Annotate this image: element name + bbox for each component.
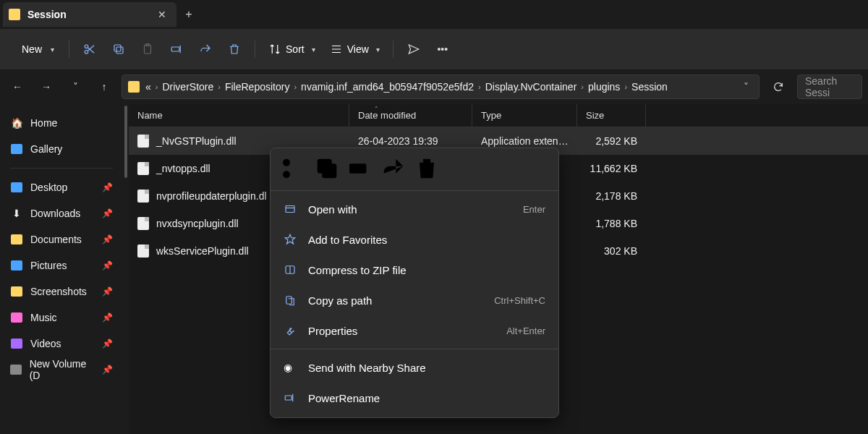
rename-button[interactable]: [163, 36, 190, 62]
nearby-icon: ◉: [284, 362, 298, 373]
paste-button[interactable]: [135, 36, 161, 62]
ctx-nearby-share[interactable]: ◉ Send with Nearby Share: [271, 352, 558, 383]
separator: [255, 41, 255, 58]
bc-item[interactable]: FileRepository: [225, 81, 289, 93]
scissors-icon: [83, 43, 96, 56]
chevron-down-icon: ▾: [312, 46, 315, 54]
pin-icon: 📌: [102, 286, 113, 297]
view-button[interactable]: View ▾: [324, 36, 386, 62]
col-type[interactable]: Type: [472, 104, 577, 127]
sidebar-item-music[interactable]: Music📌: [3, 305, 120, 331]
pizza-icon: [407, 43, 420, 56]
dll-file-icon: [137, 135, 149, 148]
breadcrumb[interactable]: « › DriverStore › FileRepository › nvami…: [122, 75, 760, 99]
pin-icon: 📌: [102, 312, 113, 323]
nav-row: ← → ˅ ↑ « › DriverStore › FileRepository…: [0, 69, 868, 104]
dll-file-icon: [137, 162, 149, 175]
chevron-down-icon: ▾: [376, 46, 380, 54]
sidebar-item-documents[interactable]: Documents📌: [3, 226, 120, 252]
tab-session[interactable]: Session ✕: [3, 2, 176, 27]
pictures-icon: [10, 259, 23, 272]
toolbar: New ▾ Sort ▾ View ▾ •••: [0, 29, 868, 69]
delete-button[interactable]: [221, 36, 247, 62]
sidebar-item-screenshots[interactable]: Screenshots📌: [3, 278, 120, 305]
col-date[interactable]: Date modified: [349, 104, 472, 127]
context-top-row: [271, 153, 558, 187]
sidebar-item-home[interactable]: 🏠 Home: [3, 110, 120, 136]
up-button[interactable]: ↑: [93, 75, 116, 98]
svg-point-1: [85, 45, 88, 48]
svg-rect-13: [286, 206, 294, 213]
zip-icon: [284, 263, 298, 276]
back-button[interactable]: ←: [6, 75, 29, 98]
context-menu: Open with Enter Add to Favorites Compres…: [270, 148, 559, 418]
chevron-down-icon[interactable]: ˅: [739, 81, 753, 93]
tab-title: Session: [27, 9, 142, 20]
new-button[interactable]: New ▾: [9, 36, 61, 62]
bc-item[interactable]: nvamig.inf_amd64_b05947f9052e5fd2: [301, 81, 474, 93]
ctx-copy-path[interactable]: Copy as path Ctrl+Shift+C: [271, 285, 558, 315]
ctx-add-favorites[interactable]: Add to Favorites: [271, 224, 558, 255]
scissors-icon: [279, 154, 308, 183]
close-icon[interactable]: ✕: [156, 9, 168, 20]
bc-item[interactable]: DriverStore: [162, 81, 213, 93]
documents-icon: [10, 233, 23, 246]
sidebar-item-downloads[interactable]: ⬇Downloads📌: [3, 200, 120, 226]
ctx-properties[interactable]: Properties Alt+Enter: [271, 315, 558, 346]
chevron-right-icon: ›: [294, 82, 297, 91]
desktop-icon: [10, 181, 23, 194]
sidebar-item-videos[interactable]: Videos📌: [3, 331, 120, 357]
ctx-delete-button[interactable]: [412, 156, 441, 182]
sort-button[interactable]: Sort ▾: [263, 36, 321, 62]
col-size[interactable]: Size: [577, 104, 646, 127]
svg-rect-16: [285, 396, 292, 400]
dll-file-icon: [137, 190, 149, 203]
copy-button[interactable]: [106, 36, 132, 62]
pin-icon: 📌: [102, 339, 113, 349]
scrollbar[interactable]: [123, 104, 129, 434]
star-icon: [284, 233, 298, 246]
sidebar-item-volume[interactable]: New Volume (D📌: [3, 357, 120, 383]
search-input[interactable]: Search Sessi: [797, 75, 862, 99]
ctx-share-button[interactable]: [379, 156, 408, 182]
forward-button[interactable]: →: [35, 75, 58, 98]
home-icon: 🏠: [10, 116, 23, 129]
ctx-powerrename[interactable]: PowerRename: [271, 383, 558, 413]
bc-item[interactable]: Session: [631, 81, 668, 93]
title-bar: Session ✕ +: [0, 0, 868, 29]
new-tab-button[interactable]: +: [176, 8, 201, 21]
ctx-rename-button[interactable]: [346, 156, 375, 182]
share-button[interactable]: [192, 36, 218, 62]
copy-path-icon: [284, 294, 298, 307]
copy-icon: [112, 43, 125, 56]
downloads-icon: ⬇: [10, 207, 23, 220]
share-icon: [199, 43, 212, 56]
sidebar-item-gallery[interactable]: Gallery: [3, 136, 120, 162]
separator: [69, 41, 69, 58]
col-name[interactable]: Name: [129, 104, 349, 127]
sidebar-item-pictures[interactable]: Pictures📌: [3, 252, 120, 278]
ctx-compress-zip[interactable]: Compress to ZIP file: [271, 255, 558, 285]
svg-rect-7: [171, 47, 179, 51]
svg-rect-4: [114, 45, 121, 51]
videos-icon: [10, 337, 23, 350]
bc-overflow[interactable]: «: [145, 81, 151, 93]
ctx-copy-button[interactable]: [312, 156, 341, 182]
trash-icon: [228, 43, 241, 56]
ctx-open-with[interactable]: Open with Enter: [271, 194, 558, 224]
bc-item[interactable]: plugins: [588, 81, 620, 93]
pizza-extension-button[interactable]: [401, 36, 427, 62]
ctx-cut-button[interactable]: [279, 156, 308, 182]
more-button[interactable]: •••: [430, 36, 456, 62]
svg-point-9: [283, 171, 290, 178]
sidebar-item-desktop[interactable]: Desktop📌: [3, 174, 120, 200]
rename-icon: [346, 154, 375, 183]
bc-item[interactable]: Display.NvContainer: [485, 81, 577, 93]
svg-rect-3: [116, 47, 123, 54]
cut-button[interactable]: [77, 36, 103, 62]
gallery-icon: [10, 142, 23, 156]
recent-button[interactable]: ˅: [64, 75, 87, 98]
scrollbar-thumb[interactable]: [124, 106, 127, 178]
refresh-button[interactable]: [765, 75, 791, 99]
share-icon: [379, 154, 408, 183]
